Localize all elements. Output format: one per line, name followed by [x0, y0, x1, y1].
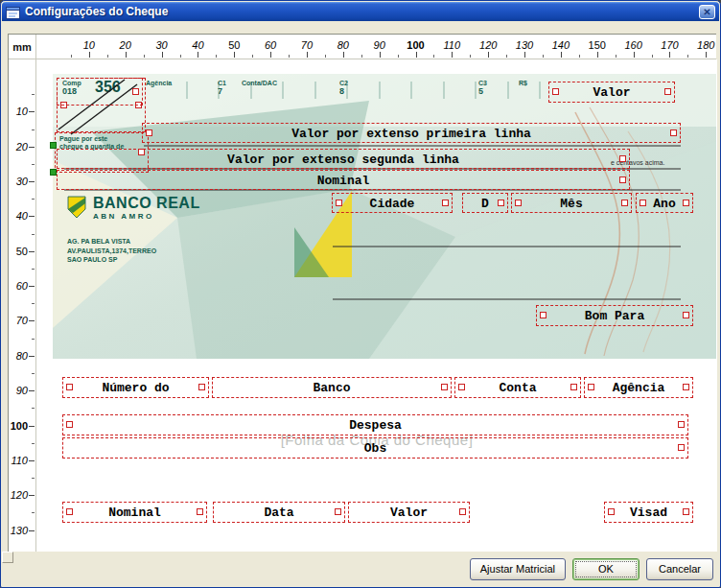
v-ruler-number: 130: [11, 525, 28, 536]
resize-handle[interactable]: [683, 508, 689, 515]
field-valor-copia[interactable]: Valor: [348, 502, 470, 523]
anchor-handle-1[interactable]: [50, 169, 57, 176]
v-ruler-number: 100: [11, 420, 28, 432]
resize-handle[interactable]: [540, 312, 547, 318]
resize-handle[interactable]: [146, 129, 152, 136]
scroll-corner: [2, 552, 13, 563]
resize-handle[interactable]: [670, 129, 677, 136]
resize-handle[interactable]: [458, 384, 465, 390]
field-label-extenso-linha2: Valor por extenso segunda linha: [58, 152, 629, 166]
button-bar: Ajustar Matricial OK Cancelar: [1, 555, 720, 582]
v-ruler-tick: [32, 512, 35, 513]
resize-handle[interactable]: [515, 200, 522, 206]
field-extenso-linha1[interactable]: Valor por extenso primeira linha: [142, 123, 681, 143]
close-button[interactable]: ✕: [699, 5, 715, 19]
h-ruler-tick: [652, 55, 653, 58]
resize-handle[interactable]: [619, 155, 626, 162]
field-visado[interactable]: Visad: [604, 502, 693, 523]
v-ruler-number: 10: [16, 106, 28, 117]
resize-handle[interactable]: [683, 384, 689, 390]
resize-handle[interactable]: [678, 421, 685, 428]
anchor-handle-0[interactable]: [50, 142, 57, 149]
h-ruler-number: 130: [516, 39, 533, 51]
resize-handle[interactable]: [442, 200, 449, 206]
h-ruler-number: 80: [337, 39, 349, 51]
h-ruler-number: 20: [120, 39, 131, 51]
h-ruler-tick: [506, 55, 507, 58]
resize-handle[interactable]: [640, 200, 646, 206]
resize-handle[interactable]: [66, 421, 73, 428]
v-ruler-tick: [32, 269, 35, 270]
field-ano[interactable]: Ano: [636, 193, 693, 213]
dialog-window: Configurações do Cheque ✕ mm 10203040506…: [0, 0, 721, 588]
v-ruler-tick: [32, 443, 35, 444]
window-title: Configurações do Cheque: [25, 5, 694, 18]
resize-handle[interactable]: [498, 200, 504, 206]
field-valor-cheque[interactable]: Valor: [548, 82, 675, 103]
v-ruler-tick: [29, 356, 35, 357]
resize-handle[interactable]: [132, 88, 139, 95]
resize-handle[interactable]: [198, 384, 205, 390]
h-ruler-number: 30: [155, 39, 167, 51]
field-agencia[interactable]: Agência: [584, 377, 693, 398]
ok-button[interactable]: OK: [572, 558, 640, 580]
resize-handle[interactable]: [619, 176, 626, 183]
h-ruler-tick: [89, 52, 90, 58]
v-ruler-number: 70: [16, 315, 28, 326]
field-numero-do-cheque[interactable]: Número do: [62, 377, 209, 398]
field-label-data-copia: Data: [214, 506, 344, 520]
v-ruler-tick: [32, 94, 35, 95]
field-cheque-number-inner[interactable]: [57, 78, 143, 106]
field-banco[interactable]: Banco: [212, 377, 452, 398]
field-dia[interactable]: D: [462, 193, 508, 213]
title-bar[interactable]: Configurações do Cheque ✕: [2, 2, 719, 21]
field-label-obs: Obs: [63, 441, 687, 456]
h-ruler-tick: [198, 52, 198, 58]
resize-handle[interactable]: [588, 384, 594, 390]
resize-handle[interactable]: [683, 312, 689, 318]
field-extenso-linha2[interactable]: Valor por extenso segunda linha: [57, 149, 630, 169]
field-nominal-cheque[interactable]: Nominal: [57, 170, 630, 190]
h-ruler-tick: [270, 52, 271, 58]
resize-handle[interactable]: [336, 200, 342, 206]
resize-handle[interactable]: [678, 444, 685, 451]
field-label-banco: Banco: [213, 381, 451, 395]
field-mes[interactable]: Mês: [511, 193, 632, 213]
design-canvas[interactable]: Comp018356AgênciaC17Conta/DACC28C35R$ Pa…: [36, 59, 717, 552]
h-ruler-number: 150: [589, 39, 606, 51]
v-ruler-tick: [32, 129, 35, 130]
field-bom-para[interactable]: Bom Para: [536, 305, 693, 326]
v-ruler-tick: [32, 199, 35, 200]
field-label-agencia: Agência: [585, 381, 692, 395]
resize-handle[interactable]: [66, 384, 73, 390]
h-ruler-tick: [579, 55, 580, 58]
h-ruler-number: 70: [301, 39, 313, 51]
field-despesa[interactable]: Despesa: [62, 414, 688, 435]
resize-handle[interactable]: [459, 508, 466, 515]
v-ruler-number: 80: [16, 350, 28, 362]
cancel-button[interactable]: Cancelar: [646, 558, 713, 580]
v-ruler-number: 90: [16, 385, 28, 396]
h-ruler-tick: [470, 55, 471, 58]
resize-handle[interactable]: [197, 508, 203, 515]
field-nominal-copia[interactable]: Nominal: [62, 502, 207, 523]
resize-handle[interactable]: [66, 508, 73, 515]
v-ruler-tick: [32, 373, 35, 374]
resize-handle[interactable]: [683, 200, 689, 206]
h-ruler-tick: [289, 55, 290, 58]
resize-handle[interactable]: [621, 200, 628, 206]
field-data-copia[interactable]: Data: [213, 502, 345, 523]
resize-handle[interactable]: [335, 508, 341, 515]
field-obs[interactable]: Obs: [62, 437, 688, 459]
resize-handle[interactable]: [664, 88, 671, 95]
ajustar-matricial-button[interactable]: Ajustar Matricial: [470, 558, 566, 580]
h-ruler-tick: [361, 55, 362, 58]
field-conta[interactable]: Conta: [454, 377, 581, 398]
field-cidade[interactable]: Cidade: [332, 193, 453, 213]
field-label-numero-do-cheque: Número do: [63, 381, 208, 395]
resize-handle[interactable]: [608, 508, 615, 515]
v-ruler-tick: [29, 147, 35, 148]
resize-handle[interactable]: [552, 88, 559, 95]
resize-handle[interactable]: [441, 384, 448, 390]
resize-handle[interactable]: [570, 384, 577, 390]
